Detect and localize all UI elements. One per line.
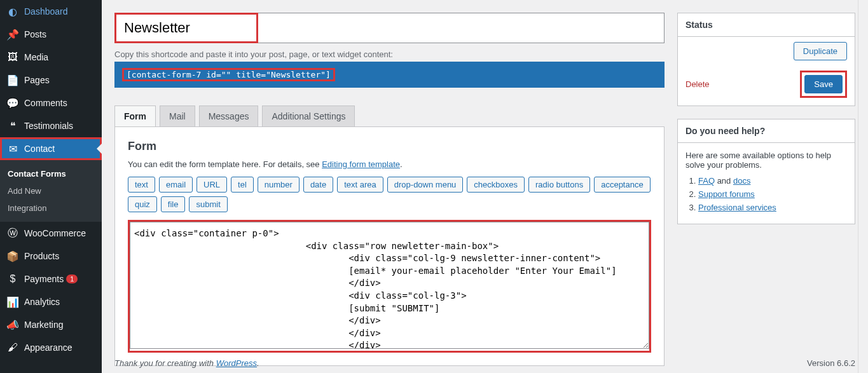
version-text: Version 6.6.2 <box>807 358 855 368</box>
form-title-input[interactable] <box>116 15 256 41</box>
help-item-faq: FAQ and docs <box>698 176 847 186</box>
sidebar-item-woocommerce[interactable]: ⓦWooCommerce <box>0 222 102 245</box>
tag-date-button[interactable]: date <box>303 177 333 193</box>
tag-number-button[interactable]: number <box>258 177 300 193</box>
wordpress-link[interactable]: WordPress <box>216 358 257 368</box>
help-item-forums: Support forums <box>698 189 847 199</box>
sidebar-item-label: Dashboard <box>24 6 68 17</box>
sidebar-item-label: Testimonials <box>24 121 73 131</box>
professional-services-link[interactable]: Professional services <box>698 203 776 212</box>
admin-sidebar: ◐Dashboard 📌Posts 🖼Media 📄Pages 💬Comment… <box>0 0 102 373</box>
tag-radio-button[interactable]: radio buttons <box>528 177 590 193</box>
tag-text-button[interactable]: text <box>128 177 155 193</box>
help-box: Do you need help? Here are some availabl… <box>677 119 855 224</box>
sidebar-item-analytics[interactable]: 📊Analytics <box>0 290 102 313</box>
help-title: Do you need help? <box>678 119 855 143</box>
status-box: Status Duplicate Delete Save <box>677 13 855 106</box>
tab-additional-settings[interactable]: Additional Settings <box>262 105 355 126</box>
sidebar-item-media[interactable]: 🖼Media <box>0 46 102 69</box>
tag-acceptance-button[interactable]: acceptance <box>594 177 651 193</box>
tag-checkboxes-button[interactable]: checkboxes <box>467 177 525 193</box>
docs-link[interactable]: docs <box>733 176 750 186</box>
payments-icon: $ <box>6 273 19 285</box>
page-icon: 📄 <box>6 74 19 86</box>
appearance-icon: 🖌 <box>6 341 19 354</box>
comment-icon: 💬 <box>6 97 19 109</box>
gauge-icon: ◐ <box>6 5 19 18</box>
tab-form[interactable]: Form <box>114 105 156 126</box>
media-icon: 🖼 <box>6 51 19 64</box>
sidebar-item-dashboard[interactable]: ◐Dashboard <box>0 0 102 23</box>
sidebar-item-label: Comments <box>24 98 67 108</box>
panel-description: You can edit the form template here. For… <box>128 159 651 169</box>
payments-badge: 1 <box>66 275 78 283</box>
sidebar-item-pages[interactable]: 📄Pages <box>0 69 102 92</box>
shortcode-hint: Copy this shortcode and paste it into yo… <box>114 50 665 59</box>
sidebar-item-label: Pages <box>24 75 50 85</box>
duplicate-button[interactable]: Duplicate <box>794 42 847 60</box>
products-icon: 📦 <box>6 250 19 262</box>
editing-template-link[interactable]: Editing form template <box>322 159 400 169</box>
sidebar-item-label: Media <box>24 52 48 62</box>
woo-icon: ⓦ <box>6 227 19 240</box>
sidebar-item-label: Analytics <box>24 297 60 307</box>
submenu-add-new[interactable]: Add New <box>0 182 102 200</box>
form-panel: Form You can edit the form template here… <box>114 126 665 366</box>
tag-submit-button[interactable]: submit <box>189 196 227 212</box>
sidebar-item-label: Payments <box>24 274 64 284</box>
scrollbar[interactable] <box>858 0 868 373</box>
help-intro: Here are some available options to help … <box>685 151 847 170</box>
marketing-icon: 📣 <box>6 318 19 331</box>
tab-messages[interactable]: Messages <box>199 105 259 126</box>
sidebar-item-contact[interactable]: ✉Contact <box>0 137 102 160</box>
faq-link[interactable]: FAQ <box>698 176 715 186</box>
sidebar-item-label: Contact <box>24 144 55 154</box>
tag-email-button[interactable]: email <box>159 177 193 193</box>
sidebar-item-label: Posts <box>24 29 46 39</box>
sidebar-submenu: Contact Forms Add New Integration <box>0 160 102 222</box>
sidebar-item-label: WooCommerce <box>24 228 86 238</box>
pin-icon: 📌 <box>6 28 19 41</box>
analytics-icon: 📊 <box>6 295 19 308</box>
sidebar-item-payments[interactable]: $Payments1 <box>0 268 102 290</box>
shortcode-bar[interactable]: [contact-form-7 id="" title="Newsletter"… <box>114 62 665 88</box>
sidebar-item-appearance[interactable]: 🖌Appearance <box>0 336 102 359</box>
submenu-integration[interactable]: Integration <box>0 200 102 217</box>
sidebar-item-posts[interactable]: 📌Posts <box>0 23 102 46</box>
shortcode-text: [contact-form-7 id="" title="Newsletter"… <box>127 70 331 79</box>
status-title: Status <box>678 13 855 37</box>
tab-mail[interactable]: Mail <box>160 105 195 126</box>
sidebar-item-label: Marketing <box>24 320 63 330</box>
help-item-services: Professional services <box>698 203 847 212</box>
save-button[interactable]: Save <box>804 75 843 93</box>
tag-quiz-button[interactable]: quiz <box>128 196 157 212</box>
form-tabs: Form Mail Messages Additional Settings <box>114 105 665 126</box>
sidebar-item-marketing[interactable]: 📣Marketing <box>0 313 102 336</box>
sidebar-item-comments[interactable]: 💬Comments <box>0 92 102 114</box>
sidebar-item-label: Appearance <box>24 342 72 353</box>
submenu-contact-forms[interactable]: Contact Forms <box>0 165 102 182</box>
form-template-textarea[interactable] <box>130 222 649 349</box>
panel-title: Form <box>128 140 651 153</box>
admin-footer: Thank you for creating with WordPress. V… <box>114 358 855 368</box>
tag-dropdown-button[interactable]: drop-down menu <box>387 177 464 193</box>
support-forums-link[interactable]: Support forums <box>698 189 755 199</box>
delete-link[interactable]: Delete <box>685 79 710 89</box>
quote-icon: ❝ <box>6 119 19 132</box>
main-content: Copy this shortcode and paste it into yo… <box>102 0 868 373</box>
tag-tel-button[interactable]: tel <box>231 177 254 193</box>
mail-icon: ✉ <box>6 142 19 155</box>
sidebar-item-products[interactable]: 📦Products <box>0 245 102 268</box>
sidebar-item-label: Products <box>24 251 59 261</box>
tag-file-button[interactable]: file <box>161 196 186 212</box>
tag-url-button[interactable]: URL <box>196 177 227 193</box>
tag-textarea-button[interactable]: text area <box>337 177 383 193</box>
sidebar-item-testimonials[interactable]: ❝Testimonials <box>0 114 102 137</box>
tag-generator-buttons: text email URL tel number date text area… <box>128 177 651 212</box>
